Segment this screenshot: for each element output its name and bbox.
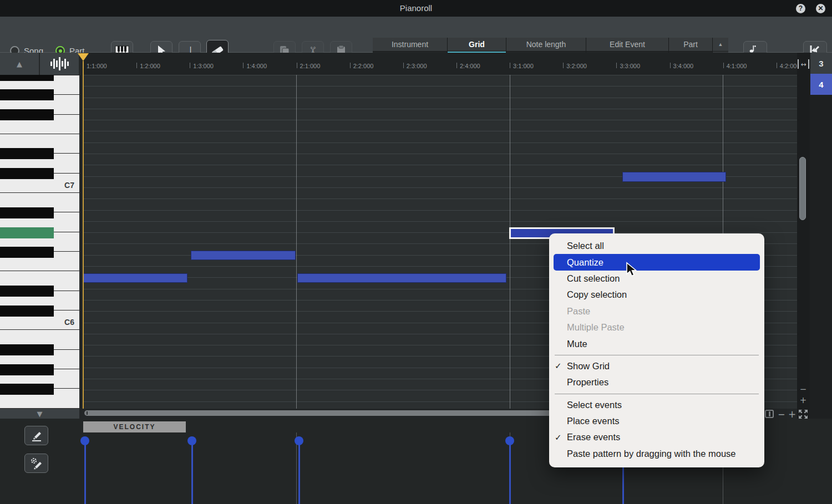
- toolbar: Song Part ♩: [0, 17, 832, 53]
- timeline-tick: [297, 63, 297, 68]
- black-key-D#7[interactable]: [0, 148, 54, 159]
- black-key-A#5[interactable]: [0, 344, 54, 355]
- menu-item-show-grid[interactable]: ✓Show Grid: [549, 358, 764, 374]
- pianoroll-window: Pianoroll ? ✕ Song Part: [0, 0, 832, 504]
- checkmark-icon: ✓: [555, 432, 562, 442]
- window-title: Pianoroll: [0, 3, 832, 13]
- menu-item-label: Quantize: [567, 257, 603, 268]
- timeline-label: 4:2:000: [780, 63, 797, 69]
- black-key-G#7[interactable]: [0, 89, 54, 100]
- playhead-marker[interactable]: [78, 53, 89, 61]
- midi-note[interactable]: [83, 273, 187, 283]
- part-tab-4[interactable]: 4: [810, 74, 832, 95]
- velocity-handle[interactable]: [505, 436, 514, 445]
- timeline-tick: [563, 63, 564, 68]
- black-key-A#7[interactable]: [0, 75, 54, 81]
- part-tab-3[interactable]: 3: [810, 53, 832, 74]
- measure-line: [296, 75, 297, 409]
- menu-item-label: Select all: [567, 241, 604, 251]
- timeline-tick: [243, 63, 243, 68]
- menu-item-copy-selection[interactable]: Copy selection: [549, 287, 764, 303]
- timeline-tick: [777, 63, 777, 68]
- velocity-stem[interactable]: [191, 441, 193, 504]
- menu-separator: [555, 355, 759, 355]
- menu-item-cut-selection[interactable]: Cut selection: [549, 271, 764, 287]
- timeline-tick: [616, 63, 617, 68]
- midi-note[interactable]: [622, 172, 726, 182]
- velocity-handle[interactable]: [80, 436, 89, 445]
- menu-item-label: Mute: [567, 339, 587, 349]
- velocity-tools-button[interactable]: [24, 454, 48, 473]
- menu-item-paste-pattern-by-dragging-with-the-mouse[interactable]: Paste pattern by dragging with the mouse: [549, 446, 764, 462]
- velocity-handle[interactable]: [295, 436, 303, 445]
- menu-item-multiple-paste: Multiple Paste: [549, 319, 764, 335]
- menu-separator: [555, 394, 759, 394]
- black-key-C#6[interactable]: [0, 306, 54, 317]
- timeline-label: 2:4:000: [460, 63, 480, 69]
- timeline-tick: [190, 63, 190, 68]
- close-icon[interactable]: ✕: [816, 4, 825, 13]
- menu-item-properties[interactable]: Properties: [549, 374, 764, 390]
- vertical-zoom-out-button[interactable]: −: [798, 385, 808, 394]
- waveform-icon: [50, 57, 69, 71]
- velocity-panel-toggle-icon[interactable]: [765, 410, 774, 418]
- menu-item-place-events[interactable]: Place events: [549, 413, 764, 429]
- timeline-tick: [670, 63, 671, 68]
- help-icon[interactable]: ?: [796, 4, 805, 13]
- menu-item-erase-events[interactable]: ✓Erase events: [549, 429, 764, 445]
- midi-note[interactable]: [191, 251, 296, 260]
- playhead-line: [83, 61, 84, 409]
- black-key-G#6[interactable]: [0, 227, 54, 238]
- timeline-label: 1:4:000: [246, 63, 267, 69]
- menu-item-label: Place events: [567, 416, 619, 426]
- menu-item-quantize[interactable]: Quantize: [554, 254, 760, 270]
- vertical-scrollbar-thumb[interactable]: [799, 157, 806, 220]
- black-key-F#6[interactable]: [0, 247, 54, 258]
- velocity-stem[interactable]: [84, 441, 86, 504]
- menu-item-label: Paste: [567, 306, 590, 317]
- scroll-down-button[interactable]: ▼: [0, 409, 79, 419]
- black-key-G#5[interactable]: [0, 364, 54, 375]
- black-key-F#5[interactable]: [0, 384, 54, 395]
- timeline-label: 1:1:000: [87, 63, 107, 69]
- velocity-stem[interactable]: [298, 441, 300, 504]
- horizontal-zoom-in-button[interactable]: +: [788, 409, 796, 420]
- fit-width-icon[interactable]: ↔: [798, 59, 809, 69]
- measure-line: [510, 75, 510, 409]
- velocity-handle[interactable]: [187, 436, 196, 445]
- black-key-C#7[interactable]: [0, 168, 54, 179]
- menu-item-label: Paste pattern by dragging with the mouse: [567, 449, 736, 459]
- velocity-header[interactable]: VELOCITY: [83, 421, 186, 432]
- menu-item-select-events[interactable]: Select events: [549, 397, 764, 413]
- menu-item-label: Multiple Paste: [567, 322, 625, 333]
- menu-item-select-all[interactable]: Select all: [549, 238, 764, 254]
- key-label-C6: C6: [64, 318, 74, 327]
- timeline-label: 1:3:000: [193, 63, 214, 69]
- vertical-scrollbar-track[interactable]: [797, 53, 810, 419]
- horizontal-zoom-out-button[interactable]: −: [778, 409, 785, 420]
- timeline-label: 3:2:000: [566, 63, 587, 69]
- vertical-zoom-in-button[interactable]: +: [798, 396, 808, 405]
- timeline-label: 2:3:000: [407, 63, 427, 69]
- timeline-tick: [510, 63, 510, 68]
- timeline-ruler[interactable]: 1:1:0001:2:0001:3:0001:4:0002:1:0002:2:0…: [83, 53, 797, 75]
- timeline-label: 2:1:000: [300, 63, 321, 69]
- velocity-stem[interactable]: [509, 441, 511, 504]
- velocity-draw-button[interactable]: [24, 426, 48, 445]
- black-key-A#6[interactable]: [0, 207, 54, 218]
- timeline-tick: [723, 63, 724, 68]
- param-header: Instrument: [373, 38, 447, 52]
- expand-icon: [798, 409, 809, 420]
- menu-item-mute[interactable]: Mute: [549, 335, 764, 352]
- spinner-up-icon[interactable]: ▲: [713, 38, 728, 52]
- timeline-label: 4:1:000: [727, 63, 747, 69]
- fullscreen-button[interactable]: [798, 409, 809, 420]
- midi-note[interactable]: [297, 273, 506, 283]
- black-key-F#7[interactable]: [0, 109, 54, 120]
- scroll-up-button[interactable]: ▲: [0, 53, 39, 75]
- black-key-D#6[interactable]: [0, 286, 54, 297]
- timeline-label: 3:4:000: [673, 63, 694, 69]
- down-arrow-icon: ▼: [37, 410, 43, 418]
- timeline-tick: [456, 63, 457, 68]
- audition-toggle-button[interactable]: [40, 53, 79, 75]
